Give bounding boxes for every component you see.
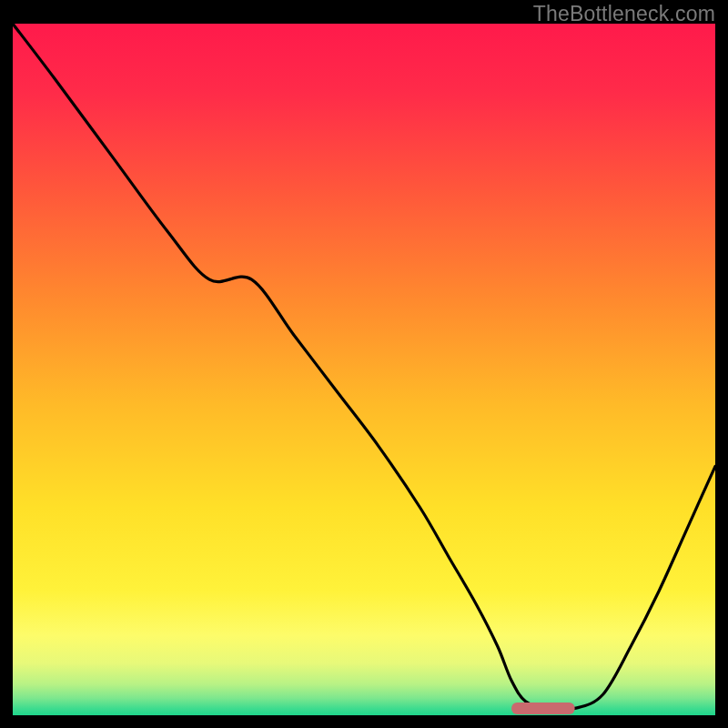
svg-rect-1 — [511, 703, 574, 714]
watermark-text: TheBottleneck.com — [533, 2, 715, 26]
chart-frame — [13, 24, 715, 715]
chart-curve — [13, 24, 715, 715]
